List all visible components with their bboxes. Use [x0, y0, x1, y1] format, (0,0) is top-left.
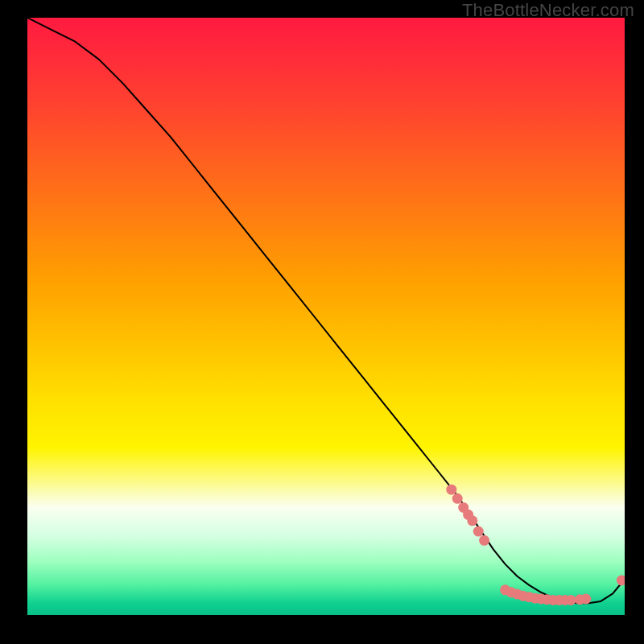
data-point	[524, 592, 535, 602]
data-point	[463, 510, 473, 520]
data-point	[575, 594, 585, 605]
data-point	[617, 576, 625, 586]
data-point	[446, 485, 456, 495]
data-point	[580, 594, 591, 605]
data-point	[500, 584, 510, 595]
data-point	[452, 493, 463, 504]
data-point	[467, 515, 477, 526]
data-point	[542, 594, 552, 605]
data-point	[559, 595, 570, 605]
bottleneck-curve	[27, 18, 625, 603]
data-point	[479, 535, 489, 546]
data-point	[458, 502, 469, 513]
data-markers	[446, 485, 625, 605]
data-point	[548, 595, 559, 605]
data-point	[518, 591, 528, 601]
chart-plot-area	[27, 18, 625, 615]
data-point	[566, 595, 576, 605]
data-point	[506, 587, 517, 597]
data-point	[530, 593, 540, 604]
data-point	[512, 589, 522, 600]
data-point	[473, 526, 484, 537]
data-point	[554, 595, 564, 605]
data-point	[536, 594, 547, 605]
chart-svg	[27, 18, 625, 615]
